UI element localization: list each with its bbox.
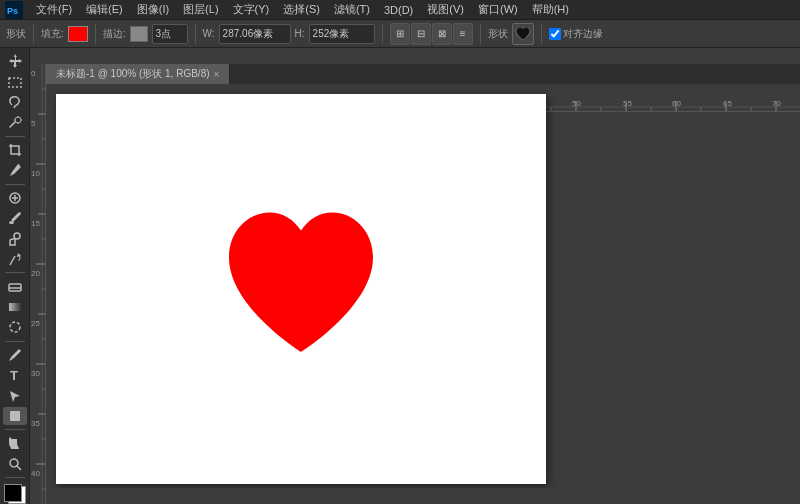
stroke-color-box[interactable] xyxy=(130,26,148,42)
tool-sep-2 xyxy=(5,184,25,185)
align-edges-checkbox[interactable] xyxy=(549,28,561,40)
heart-shape xyxy=(211,199,391,379)
history-brush-tool[interactable] xyxy=(3,250,27,268)
svg-text:30: 30 xyxy=(31,369,40,378)
svg-text:35: 35 xyxy=(31,419,40,428)
shape-tool[interactable] xyxy=(3,407,27,425)
height-input[interactable] xyxy=(309,24,375,44)
crop-tool[interactable] xyxy=(3,141,27,159)
align-edges-label[interactable]: 对齐边缘 xyxy=(549,27,603,41)
tool-sep-3 xyxy=(5,272,25,273)
svg-text:10: 10 xyxy=(31,169,40,178)
svg-text:20: 20 xyxy=(31,269,40,278)
sep2 xyxy=(95,24,96,44)
shape-preset-label: 形状 xyxy=(488,27,508,41)
svg-rect-2 xyxy=(9,78,21,87)
pen-tool[interactable] xyxy=(3,345,27,363)
svg-rect-3 xyxy=(9,121,16,128)
tool-sep-6 xyxy=(5,477,25,478)
svg-text:40: 40 xyxy=(31,469,40,478)
fill-color-box[interactable] xyxy=(68,26,88,42)
menu-select[interactable]: 选择(S) xyxy=(277,0,326,19)
svg-point-12 xyxy=(9,221,14,224)
sep1 xyxy=(33,24,34,44)
canvas-document xyxy=(56,94,546,484)
svg-point-19 xyxy=(10,459,18,467)
tool-sep-4 xyxy=(5,341,25,342)
eraser-tool[interactable] xyxy=(3,277,27,295)
menu-filter[interactable]: 滤镜(T) xyxy=(328,0,376,19)
width-input[interactable] xyxy=(219,24,291,44)
height-label: H: xyxy=(295,28,305,39)
fg-color-swatch[interactable] xyxy=(4,484,22,502)
svg-text:25: 25 xyxy=(31,319,40,328)
svg-text:0: 0 xyxy=(31,69,36,78)
svg-point-16 xyxy=(10,322,20,332)
width-label: W: xyxy=(203,28,215,39)
menu-window[interactable]: 窗口(W) xyxy=(472,0,524,19)
hand-tool[interactable] xyxy=(3,434,27,452)
eyedropper-tool[interactable] xyxy=(3,161,27,179)
menu-view[interactable]: 视图(V) xyxy=(421,0,470,19)
svg-text:T: T xyxy=(10,368,18,382)
stroke-pts[interactable]: 3点 xyxy=(152,24,188,44)
lasso-tool[interactable] xyxy=(3,93,27,111)
svg-text:Ps: Ps xyxy=(7,6,18,16)
ps-logo: Ps xyxy=(4,0,24,20)
svg-point-13 xyxy=(14,233,20,239)
ruler-corner xyxy=(30,48,46,64)
sep3 xyxy=(195,24,196,44)
blur-tool[interactable] xyxy=(3,318,27,336)
svg-line-20 xyxy=(17,466,21,470)
menu-layer[interactable]: 图层(L) xyxy=(177,0,224,19)
align-center-btn[interactable]: ⊟ xyxy=(411,23,431,45)
options-bar: 形状 填充: 描边: 3点 W: H: ⊞ ⊟ ⊠ ≡ 形状 对齐边缘 xyxy=(0,20,800,48)
canvas-container: 未标题-1 @ 100% (形状 1, RGB/8) × xyxy=(46,64,800,504)
magic-wand-tool[interactable] xyxy=(3,113,27,131)
menu-file[interactable]: 文件(F) xyxy=(30,0,78,19)
menu-text[interactable]: 文字(Y) xyxy=(227,0,276,19)
doc-tab[interactable]: 未标题-1 @ 100% (形状 1, RGB/8) × xyxy=(46,64,230,84)
canvas-region: 0 5 10 15 20 25 30 35 40 xyxy=(30,48,800,504)
clone-stamp-tool[interactable] xyxy=(3,229,27,247)
align-right-btn[interactable]: ⊠ xyxy=(432,23,452,45)
menu-edit[interactable]: 编辑(E) xyxy=(80,0,129,19)
toolbar: T xyxy=(0,48,30,504)
sep4 xyxy=(382,24,383,44)
zoom-tool[interactable] xyxy=(3,455,27,473)
path-select-tool[interactable] xyxy=(3,386,27,404)
shape-picker-btn[interactable] xyxy=(512,23,534,45)
menu-image[interactable]: 图像(I) xyxy=(131,0,175,19)
svg-text:5: 5 xyxy=(31,119,36,128)
menu-help[interactable]: 帮助(H) xyxy=(526,0,575,19)
brush-tool[interactable] xyxy=(3,209,27,227)
type-tool[interactable]: T xyxy=(3,366,27,384)
fill-label: 填充: xyxy=(41,27,64,41)
tab-bar: 未标题-1 @ 100% (形状 1, RGB/8) × xyxy=(46,64,800,84)
svg-rect-18 xyxy=(10,411,20,421)
doc-tab-title: 未标题-1 @ 100% (形状 1, RGB/8) xyxy=(56,67,210,81)
svg-text:15: 15 xyxy=(31,219,40,228)
canvas-wrapper xyxy=(46,84,800,488)
ruler-vertical: 0 5 10 15 20 25 30 35 40 xyxy=(30,64,46,504)
distribute-btn[interactable]: ≡ xyxy=(453,23,473,45)
svg-rect-15 xyxy=(9,303,21,311)
svg-rect-67 xyxy=(30,64,46,504)
main-layout: T xyxy=(0,48,800,504)
shape-type-label: 形状 xyxy=(6,27,26,41)
move-tool[interactable] xyxy=(3,52,27,70)
svg-point-4 xyxy=(15,117,21,123)
spot-heal-tool[interactable] xyxy=(3,188,27,206)
rect-select-tool[interactable] xyxy=(3,72,27,90)
tool-sep-5 xyxy=(5,429,25,430)
align-left-btn[interactable]: ⊞ xyxy=(390,23,410,45)
menu-3d[interactable]: 3D(D) xyxy=(378,0,419,19)
tool-sep-1 xyxy=(5,136,25,137)
stroke-label: 描边: xyxy=(103,27,126,41)
sep5 xyxy=(480,24,481,44)
color-swatches xyxy=(2,484,28,504)
gradient-tool[interactable] xyxy=(3,298,27,316)
sep6 xyxy=(541,24,542,44)
doc-tab-close[interactable]: × xyxy=(214,69,220,80)
menu-bar: Ps 文件(F) 编辑(E) 图像(I) 图层(L) 文字(Y) 选择(S) 滤… xyxy=(0,0,800,20)
